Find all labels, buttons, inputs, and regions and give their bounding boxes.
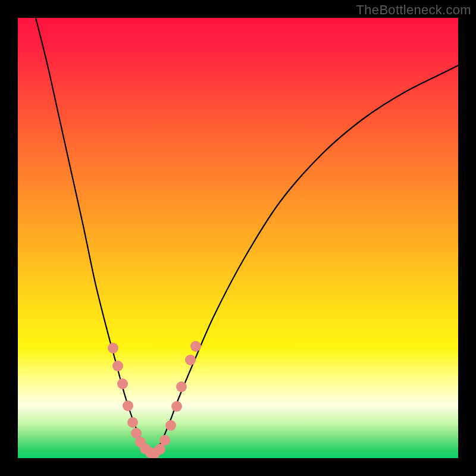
data-marker — [112, 361, 123, 371]
data-marker — [117, 378, 128, 389]
data-marker — [159, 435, 170, 446]
data-marker — [171, 401, 182, 412]
data-marker — [108, 343, 118, 353]
chart-frame: TheBottleneck.com — [0, 0, 476, 476]
data-marker — [190, 341, 201, 352]
left-curve — [36, 18, 149, 452]
watermark-label: TheBottleneck.com — [356, 2, 471, 18]
marker-group — [108, 341, 201, 458]
curve-layer — [18, 18, 458, 458]
right-curve — [155, 65, 458, 452]
data-marker — [165, 420, 176, 431]
data-marker — [185, 355, 196, 365]
data-marker — [176, 381, 187, 392]
data-marker — [123, 400, 133, 411]
plot-area — [18, 18, 458, 458]
data-marker — [127, 417, 138, 428]
